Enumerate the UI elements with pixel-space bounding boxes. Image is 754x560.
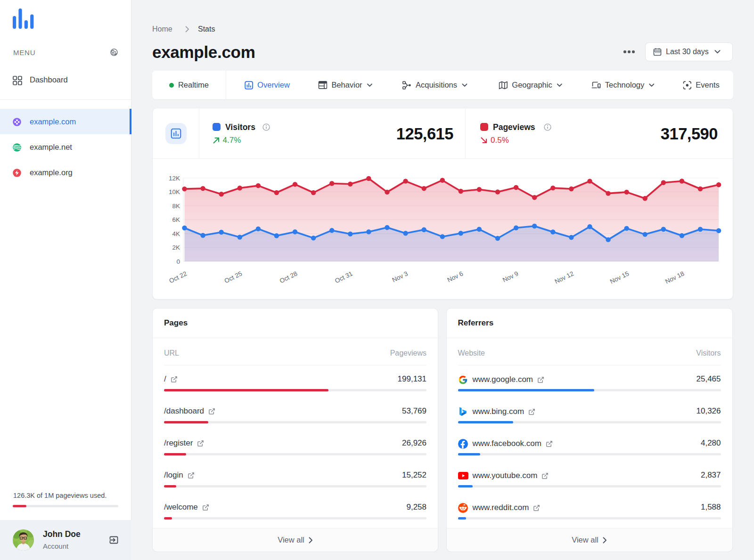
svg-text:Nov 18: Nov 18: [664, 270, 685, 285]
svg-text:Oct 28: Oct 28: [279, 270, 298, 284]
svg-text:Nov 3: Nov 3: [391, 270, 409, 284]
svg-text:Oct 25: Oct 25: [223, 270, 243, 284]
svg-text:0: 0: [176, 258, 180, 265]
svg-text:Nov 15: Nov 15: [609, 270, 630, 285]
svg-text:6K: 6K: [172, 216, 180, 223]
svg-text:8K: 8K: [172, 203, 180, 210]
svg-text:Nov 6: Nov 6: [446, 270, 464, 284]
svg-text:2K: 2K: [172, 244, 180, 251]
svg-text:Nov 9: Nov 9: [501, 270, 519, 284]
svg-text:Nov 12: Nov 12: [554, 270, 575, 285]
svg-text:Oct 22: Oct 22: [168, 270, 188, 284]
svg-text:10K: 10K: [169, 188, 180, 195]
svg-text:Oct 31: Oct 31: [334, 270, 353, 284]
svg-text:12K: 12K: [169, 175, 180, 182]
svg-text:4K: 4K: [172, 230, 180, 237]
